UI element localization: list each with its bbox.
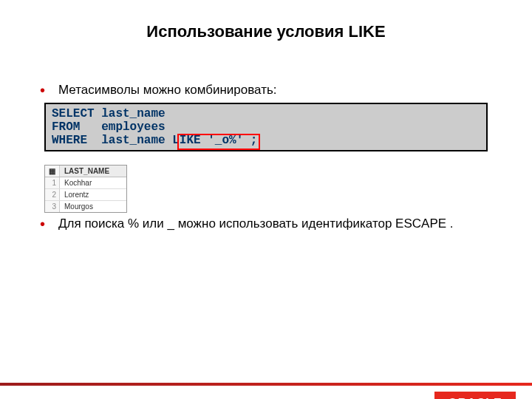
bullet-1-text: Метасимволы можно комбинировать:	[58, 82, 492, 98]
row-val: Mourgos	[60, 201, 126, 212]
highlight-box	[177, 134, 260, 150]
row-val: Kochhar	[60, 177, 126, 188]
bullet-dot-icon: •	[40, 216, 45, 232]
table-row: 2 Lorentz	[45, 189, 126, 201]
result-header-row: ▦ LAST_NAME	[45, 166, 126, 177]
sql-line-1: SELECT last_name	[52, 107, 166, 120]
bullet-dot-icon: •	[40, 82, 45, 98]
footer-divider	[0, 383, 532, 386]
result-header-label: LAST_NAME	[60, 166, 126, 177]
table-row: 3 Mourgos	[45, 201, 126, 212]
slide-content: • Метасимволы можно комбинировать: SELEC…	[40, 82, 492, 232]
bullet-2-text: Для поиска % или _ можно использовать ид…	[58, 216, 492, 232]
bullet-1: • Метасимволы можно комбинировать:	[40, 82, 492, 98]
sql-line-2: FROM employees	[52, 120, 166, 134]
grid-corner-icon: ▦	[45, 166, 60, 177]
row-num: 2	[45, 189, 60, 200]
result-table: ▦ LAST_NAME 1 Kochhar 2 Lorentz 3 Mourgo…	[44, 165, 127, 213]
sql-line-3a: WHERE last_name	[52, 134, 172, 147]
oracle-logo: ORACLE	[434, 392, 516, 399]
bullet-2: • Для поиска % или _ можно использовать …	[40, 216, 492, 232]
table-row: 1 Kochhar	[45, 177, 126, 189]
row-num: 3	[45, 201, 60, 212]
row-num: 1	[45, 177, 60, 188]
row-val: Lorentz	[60, 189, 126, 200]
sql-code-box: SELECT last_name FROM employees WHERE la…	[44, 103, 488, 151]
slide: Использование условия LIKE • Метасимволы…	[0, 22, 532, 399]
slide-title: Использование условия LIKE	[0, 22, 532, 41]
